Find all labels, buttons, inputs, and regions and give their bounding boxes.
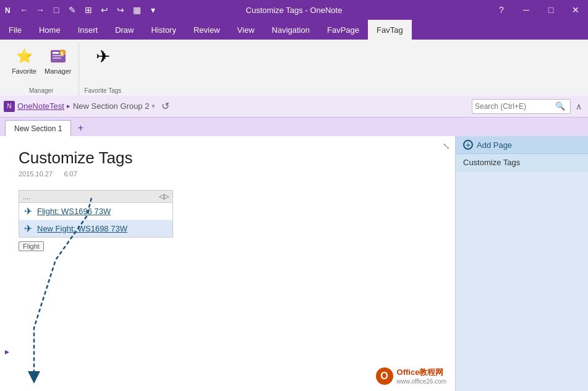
ribbon-group-manager-items: ⭐ Favorite $ Manager <box>9 42 74 87</box>
flight-tag-button[interactable]: ✈ <box>87 45 118 68</box>
table-row[interactable]: ✈ New Fight: WS1698 73W <box>19 220 173 237</box>
tab-favtag[interactable]: FavTag <box>368 20 412 40</box>
favorite-button[interactable]: ⭐ Favorite <box>9 45 40 77</box>
row-pointer-icon: ▸ <box>5 346 9 356</box>
header-dots: .... <box>23 193 30 200</box>
add-page-button[interactable]: + Add Page <box>456 136 588 154</box>
tab-favpage[interactable]: FavPage <box>318 20 368 40</box>
note-table-header: .... ◁▷ <box>19 191 173 203</box>
collapse-button[interactable]: ∧ <box>573 100 584 113</box>
content-inner: Customize Tags 2015.10.27 6:07 .... ◁▷ ✈… <box>0 136 455 264</box>
tab-review[interactable]: Review <box>185 20 229 40</box>
ribbon-group-manager: ⭐ Favorite $ Manager Manager <box>4 42 79 95</box>
section-arrow: ▾ <box>151 102 155 110</box>
watermark-icon: O <box>376 367 393 385</box>
add-page-icon: + <box>463 140 473 150</box>
tab-view[interactable]: View <box>229 20 263 40</box>
forward-btn[interactable]: → <box>33 3 47 17</box>
title-bar: N ← → □ ✎ ⊞ ↩ ↪ ▦ ▾ Customize Tags - One… <box>0 0 588 20</box>
notebook-icon: N <box>4 101 15 112</box>
page-time: 6:07 <box>64 170 77 178</box>
flight-text-1: Flight: WS1696 73W <box>37 207 111 216</box>
ribbon-content: ⭐ Favorite $ Manager Manager <box>0 40 588 95</box>
manager-group-label: Manager <box>29 87 53 95</box>
grid-icon[interactable]: ⊞ <box>82 3 95 17</box>
chart-icon[interactable]: ▦ <box>130 3 143 17</box>
table-row[interactable]: ✈ Flight: WS1696 73W <box>19 203 173 220</box>
svg-text:N: N <box>5 6 11 15</box>
add-section-button[interactable]: + <box>72 120 88 136</box>
notebook-name[interactable]: OneNoteTest <box>17 101 64 111</box>
notebook-bar-right: 🔍 ∧ <box>472 99 584 114</box>
right-panel: + Add Page Customize Tags <box>455 136 588 391</box>
page-meta: 2015.10.27 6:07 <box>19 170 437 178</box>
search-input[interactable] <box>475 102 555 111</box>
note-table-body: ✈ Flight: WS1696 73W ✈ New Fight: WS1698… <box>19 203 173 237</box>
svg-rect-3 <box>53 52 59 54</box>
star-icon: ⭐ <box>14 46 34 66</box>
watermark-text: Office教程网 www.office26.com <box>397 367 446 385</box>
section-tabs-bar: New Section 1 + <box>0 118 588 136</box>
window-title: Customize Tags - OneNote <box>246 6 343 15</box>
svg-rect-5 <box>53 58 61 59</box>
notebook-icon-letter: N <box>7 103 11 110</box>
header-arrows: ◁▷ <box>159 192 169 200</box>
tab-navigation[interactable]: Navigation <box>263 20 318 40</box>
maximize-button[interactable]: □ <box>539 0 563 20</box>
page-list-item[interactable]: Customize Tags <box>456 154 588 171</box>
page-title: Customize Tags <box>19 148 437 168</box>
main-layout: ⤡ Customize Tags 2015.10.27 6:07 .... ◁▷… <box>0 136 588 391</box>
svg-text:$: $ <box>61 51 64 56</box>
ribbon-group-favtags: ✈ Favorite Tags <box>79 42 126 95</box>
section-tab-1[interactable]: New Section 1 <box>5 120 71 136</box>
watermark: O Office教程网 www.office26.com <box>372 366 450 386</box>
tab-file[interactable]: File <box>0 20 30 40</box>
page-date: 2015.10.27 <box>19 170 53 178</box>
tab-home[interactable]: Home <box>30 20 69 40</box>
undo-btn[interactable]: ↩ <box>98 3 111 17</box>
tab-insert[interactable]: Insert <box>69 20 107 40</box>
ribbon-tabs: File Home Insert Draw History Review Vie… <box>0 20 588 40</box>
tab-draw[interactable]: Draw <box>106 20 142 40</box>
watermark-site: Office教程网 <box>397 367 446 378</box>
window-toggle[interactable]: □ <box>49 3 63 17</box>
manager-icon: $ <box>48 46 68 66</box>
manager-label: Manager <box>45 67 71 75</box>
airplane-icon: ✈ <box>24 223 32 234</box>
title-bar-left: N ← → □ ✎ ⊞ ↩ ↪ ▦ ▾ <box>0 3 160 17</box>
airplane-icon: ✈ <box>93 46 113 66</box>
title-bar-controls: ? ─ □ ✕ <box>489 0 588 20</box>
flight-text-2: New Fight: WS1698 73W <box>37 224 127 233</box>
redo-btn[interactable]: ↪ <box>114 3 127 17</box>
onenote-app-icon: N <box>2 4 15 16</box>
airplane-icon: ✈ <box>24 205 32 217</box>
note-table: .... ◁▷ ✈ Flight: WS1696 73W ✈ New Fight… <box>19 190 173 238</box>
add-page-label: Add Page <box>477 140 512 150</box>
favorite-label: Favorite <box>12 67 36 75</box>
help-button[interactable]: ? <box>489 0 514 20</box>
expand-icon[interactable]: ⤡ <box>443 141 450 151</box>
manager-button[interactable]: $ Manager <box>42 45 74 77</box>
back-btn[interactable]: ← <box>17 3 31 17</box>
search-box: 🔍 <box>472 99 571 114</box>
minimize-button[interactable]: ─ <box>514 0 539 20</box>
flight-tag-badge: Flight <box>19 241 44 251</box>
undo-button[interactable]: ↺ <box>158 99 173 114</box>
notebook-arrow-icon: ▸ <box>67 102 70 110</box>
watermark-icon-text: O <box>380 371 388 382</box>
close-button[interactable]: ✕ <box>563 0 588 20</box>
favtags-group-label: Favorite Tags <box>84 87 121 95</box>
ribbon-group-favtags-items: ✈ <box>87 42 118 87</box>
watermark-url: www.office26.com <box>397 378 446 385</box>
section-group-name[interactable]: New Section Group 2 <box>73 101 150 111</box>
edit-icon[interactable]: ✎ <box>66 3 79 17</box>
dropdown-icon[interactable]: ▾ <box>146 3 160 17</box>
content-area: ⤡ Customize Tags 2015.10.27 6:07 .... ◁▷… <box>0 136 455 391</box>
search-icon: 🔍 <box>555 101 565 111</box>
tab-history[interactable]: History <box>143 20 185 40</box>
notebook-bar: N OneNoteTest ▸ New Section Group 2 ▾ ↺ … <box>0 95 588 118</box>
